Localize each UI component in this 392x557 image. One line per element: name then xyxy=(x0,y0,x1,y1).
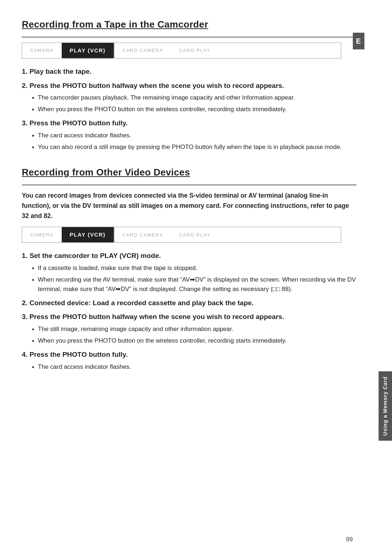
step1-2-bullets: • The camcorder pauses playback. The rem… xyxy=(32,93,356,114)
bullet-1-3-1: • The card access indicator flashes. xyxy=(32,131,356,141)
bullet-dot: • xyxy=(32,325,34,334)
step1-1-label: 1. Play back the tape. xyxy=(22,66,356,77)
sidebar-label: Using a Memory Card xyxy=(379,371,392,441)
step2-3-bullets: • The still image, remaining image capac… xyxy=(32,324,356,346)
bullet-1-3-2: • You can also record a still image by p… xyxy=(32,142,356,152)
bullet-dot: • xyxy=(32,94,34,103)
mode-card-camera-2[interactable]: CARD CAMERA xyxy=(114,227,171,242)
step1-3-label: 3. Press the PHOTO button fully. xyxy=(22,118,356,129)
step2-4-bullets: • The card access indicator flashes. xyxy=(32,362,356,372)
bullet-1-2-1: • The camcorder pauses playback. The rem… xyxy=(32,93,356,103)
section2-title: Recording from Other Video Devices xyxy=(22,165,356,179)
step1-1: 1. Play back the tape. xyxy=(22,66,356,77)
step2-1-bullets: • If a cassette is loaded, make sure tha… xyxy=(32,263,356,294)
section2-modebar: CAMERA PLAY (VCR) CARD CAMERA CARD PLAY xyxy=(22,227,341,243)
step2-1: 1. Set the camcorder to PLAY (VCR) mode.… xyxy=(22,251,356,294)
bullet-2-3-2: • When you press the PHOTO button on the… xyxy=(32,336,356,346)
bullet-2-1-1: • If a cassette is loaded, make sure tha… xyxy=(32,263,356,273)
bullet-2-3-1: • The still image, remaining image capac… xyxy=(32,324,356,334)
step2-4: 4. Press the PHOTO button fully. • The c… xyxy=(22,350,356,372)
mode-play-vcr-1[interactable]: PLAY (VCR) xyxy=(62,43,114,58)
section2-intro: You can record images from devices conne… xyxy=(22,190,356,221)
bullet-dot: • xyxy=(32,276,34,285)
mode-card-camera-1[interactable]: CARD CAMERA xyxy=(114,43,171,58)
section1-modebar: CAMERA PLAY (VCR) CARD CAMERA CARD PLAY xyxy=(22,43,341,58)
step2-1-label: 1. Set the camcorder to PLAY (VCR) mode. xyxy=(22,251,356,261)
section1-title: Recording from a Tape in the Camcorder xyxy=(22,17,356,32)
bullet-text: If a cassette is loaded, make sure that … xyxy=(38,263,356,273)
e-tab: E xyxy=(353,33,364,49)
bullet-dot: • xyxy=(32,143,34,152)
step2-3-label: 3. Press the PHOTO button halfway when t… xyxy=(22,312,356,322)
section1-divider xyxy=(22,37,356,37)
mode-camera-2[interactable]: CAMERA xyxy=(22,227,62,242)
bullet-dot: • xyxy=(32,105,34,114)
bullet-text: When recording via the AV terminal, make… xyxy=(38,275,356,294)
step2-4-label: 4. Press the PHOTO button fully. xyxy=(22,350,356,360)
section2-steps: 1. Set the camcorder to PLAY (VCR) mode.… xyxy=(22,251,356,372)
bullet-text: The card access indicator flashes. xyxy=(38,362,356,372)
right-sidebar-tab: Using a Memory Card xyxy=(378,0,392,557)
bullet-text: You can also record a still image by pre… xyxy=(38,142,356,152)
step1-2-label: 2. Press the PHOTO button halfway when t… xyxy=(22,81,356,91)
step1-3: 3. Press the PHOTO button fully. • The c… xyxy=(22,118,356,152)
bullet-dot: • xyxy=(32,264,34,273)
mode-card-play-1[interactable]: CARD PLAY xyxy=(171,43,218,58)
bullet-dot: • xyxy=(32,337,34,346)
section1-steps: 1. Play back the tape. 2. Press the PHOT… xyxy=(22,66,356,152)
step1-2: 2. Press the PHOTO button halfway when t… xyxy=(22,81,356,115)
bullet-2-1-2: • When recording via the AV terminal, ma… xyxy=(32,275,356,294)
bullet-1-2-2: • When you press the PHOTO button on the… xyxy=(32,105,356,114)
page-number: 99 xyxy=(346,535,353,544)
bullet-text: The card access indicator flashes. xyxy=(38,131,356,140)
bullet-text: When you press the PHOTO button on the w… xyxy=(38,336,356,346)
bullet-dot: • xyxy=(32,363,34,372)
mode-card-play-2[interactable]: CARD PLAY xyxy=(171,227,218,242)
mode-play-vcr-2[interactable]: PLAY (VCR) xyxy=(62,227,114,242)
step2-2-label: 2. Connected device: Load a recorded cas… xyxy=(22,298,356,308)
bullet-text: When you press the PHOTO button on the w… xyxy=(38,105,356,114)
bullet-2-4-1: • The card access indicator flashes. xyxy=(32,362,356,372)
mode-camera-1[interactable]: CAMERA xyxy=(22,43,62,58)
bullet-text: The still image, remaining image capacit… xyxy=(38,324,356,334)
step1-3-bullets: • The card access indicator flashes. • Y… xyxy=(32,131,356,152)
section2-divider xyxy=(22,185,356,185)
bullet-text: The camcorder pauses playback. The remai… xyxy=(38,93,356,102)
bullet-dot: • xyxy=(32,132,34,141)
step2-3: 3. Press the PHOTO button halfway when t… xyxy=(22,312,356,346)
step2-2: 2. Connected device: Load a recorded cas… xyxy=(22,298,356,308)
